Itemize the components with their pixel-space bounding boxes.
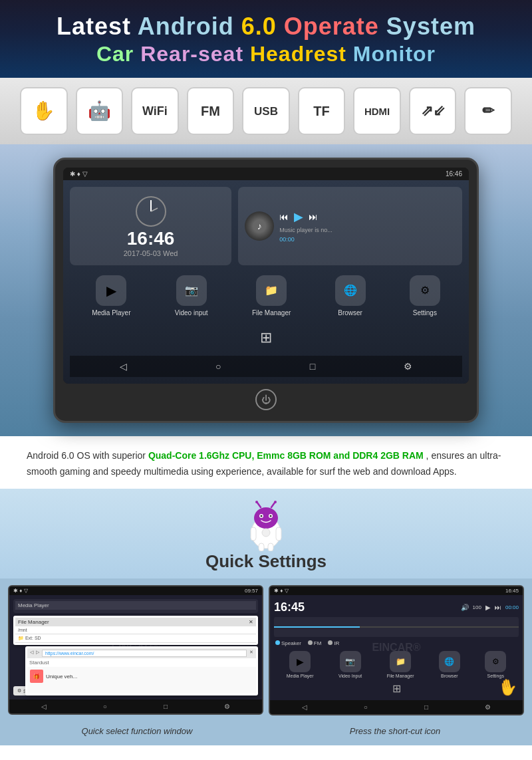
fm-item-ext-sd: 📁 Ext: SD [15, 634, 256, 643]
android-mascot-icon [243, 498, 289, 551]
rs-app-media-player[interactable]: ▶ Media Player [287, 651, 314, 678]
screen-content: 16:46 2017-05-03 Wed ♪ ⏮ ▶ ⏭ Music pla [63, 180, 469, 384]
rs-volume-icon: 🔊 [461, 604, 469, 611]
ss-left-status-left: ✱ ♦ ▽ [13, 588, 28, 594]
browser-content: 🎁 Unique veh... [27, 667, 256, 694]
browser-panel: ◁ ▷ https://www.eincar.com/ ✕ Stardust 🎁… [25, 646, 258, 696]
header-section: Latest Android 6.0 Operate System Car Re… [0, 0, 532, 78]
ss-left-back[interactable]: ◁ [41, 703, 47, 710]
feature-mirror: ⇗⇙ [409, 87, 457, 135]
svg-line-2 [151, 208, 158, 211]
file-manager-icon: 📁 [256, 275, 287, 306]
quick-settings-header: Quick Settings [0, 489, 532, 578]
back-nav-icon[interactable]: ◁ [120, 361, 127, 372]
settings-label: Settings [413, 309, 437, 317]
screen-nav-bar: ◁ ○ □ ⚙ [70, 356, 462, 377]
file-manager-label: File Manager [252, 309, 291, 317]
rs-browser-icon: 🌐 [439, 651, 460, 672]
quick-settings-title: Quick Settings [205, 551, 327, 578]
clock-time: 16:46 [127, 228, 175, 249]
status-bar-right: 16:46 [446, 170, 462, 178]
app-settings[interactable]: ⚙ Settings [410, 275, 440, 317]
rs-controls-row: 🔊 100 ▶ ⏭ 00:00 [305, 604, 519, 611]
android-mascot-container [243, 495, 289, 551]
ss-right-back[interactable]: ◁ [302, 703, 307, 711]
browser-icon: 🌐 [335, 275, 366, 306]
rs-app-file-manager[interactable]: 📁 File Manager [387, 651, 414, 678]
clock-date: 2017-05-03 Wed [124, 249, 178, 257]
ss-left-settings-nav[interactable]: ⚙ [224, 703, 230, 710]
svg-point-17 [262, 529, 270, 537]
feature-tf: TF [298, 87, 346, 135]
music-album-art: ♪ [245, 211, 274, 241]
browser-label: Browser [338, 309, 362, 317]
play-button[interactable]: ▶ [294, 209, 303, 224]
ss-left-recent[interactable]: □ [164, 703, 168, 710]
screen-top-row: 16:46 2017-05-03 Wed ♪ ⏮ ▶ ⏭ Music pla [70, 187, 462, 265]
file-manager-panel: File Manager ✕ /mnt 📁 Ext: SD [13, 616, 258, 645]
rs-clock-display: 16:45 [274, 600, 305, 614]
app-file-manager[interactable]: 📁 File Manager [252, 275, 291, 317]
rs-app-browser[interactable]: 🌐 Browser [439, 651, 460, 678]
svg-line-11 [271, 503, 275, 507]
app-media-player[interactable]: ▶ Media Player [92, 275, 130, 317]
ss-right-recent[interactable]: □ [424, 703, 428, 711]
grid-icon: ⊞ [260, 329, 272, 346]
rs-media-player-label: Media Player [287, 674, 314, 678]
screen-status-bar: ✱ ♦ ▽ 16:46 [63, 168, 469, 180]
rs-settings-icon: ⚙ [485, 651, 506, 672]
rs-app-video-input[interactable]: 📷 Video Input [338, 651, 362, 678]
screenshot-left-frame: ✱ ♦ ▽ 09:57 Media Player File Manager ✕ … [8, 585, 263, 715]
ss-right-settings-nav[interactable]: ⚙ [485, 703, 491, 711]
features-bar: ✋ 🤖 WiFi FM USB TF HDMI ⇗⇙ ✏ [0, 78, 532, 144]
music-controls: ⏮ ▶ ⏭ Music player is no... 00:00 [279, 209, 456, 243]
recent-nav-icon[interactable]: □ [310, 361, 315, 372]
apps-grid-button[interactable]: ⊞ [70, 326, 462, 349]
ss-left-status-right: 09:57 [245, 588, 258, 594]
fm-panel-header: File Manager ✕ [15, 618, 256, 626]
video-input-label: Video input [175, 309, 208, 317]
rs-grid-button[interactable]: ⊞ [274, 681, 519, 696]
app-browser[interactable]: 🌐 Browser [335, 275, 366, 317]
title-line-1: Latest Android 6.0 Operate System [13, 12, 519, 41]
prev-track-button[interactable]: ⏮ [279, 211, 289, 222]
feature-wifi: WiFi [131, 87, 179, 135]
rs-app-settings[interactable]: ⚙ Settings [485, 651, 506, 678]
ss-right-status-left: ✱ ♦ ▽ [274, 588, 289, 594]
settings-nav-icon[interactable]: ⚙ [404, 361, 412, 372]
home-nav-icon[interactable]: ○ [215, 361, 221, 372]
fm-path-row: /mnt [15, 626, 256, 634]
rs-next-btn[interactable]: ⏭ [495, 604, 501, 611]
media-player-label: Media Player [92, 309, 130, 317]
rs-progress-area [274, 617, 519, 637]
feature-android: 🤖 [76, 87, 124, 135]
screenshot-left: ✱ ♦ ▽ 09:57 Media Player File Manager ✕ … [8, 585, 263, 715]
ss-left-status-bar: ✱ ♦ ▽ 09:57 [9, 586, 262, 595]
captions-row: Quick select function window Press the s… [0, 723, 532, 745]
app-video-input[interactable]: 📷 Video input [175, 275, 208, 317]
svg-line-9 [257, 503, 261, 507]
svg-rect-15 [259, 543, 264, 551]
rs-file-manager-icon: 📁 [390, 651, 411, 672]
rs-browser-label: Browser [441, 674, 458, 678]
music-buttons: ⏮ ▶ ⏭ [279, 209, 456, 224]
ss-right-home[interactable]: ○ [364, 703, 368, 711]
svg-rect-14 [276, 527, 281, 541]
feature-hdmi: HDMI [353, 87, 401, 135]
rs-video-input-label: Video Input [338, 674, 362, 678]
next-track-button[interactable]: ⏭ [309, 211, 318, 222]
ss-right-content: 16:45 🔊 100 ▶ ⏭ 00:00 [270, 595, 523, 700]
music-time: 00:00 [279, 236, 456, 243]
description-prefix: Android 6.0 OS with superior [27, 450, 148, 461]
power-button[interactable]: ⏻ [255, 389, 277, 410]
ss-left-home[interactable]: ○ [103, 703, 107, 710]
rs-play-btn[interactable]: ▶ [485, 604, 491, 611]
hand-cursor-right: 🤚 [496, 677, 519, 699]
rs-time-display: 00:00 [505, 604, 519, 610]
rs-file-manager-label: File Manager [387, 674, 414, 678]
svg-point-8 [270, 515, 272, 517]
device-mockup: ✱ ♦ ▽ 16:46 16:46 2017-05-03 Wed [53, 158, 479, 423]
rs-top-row: 16:45 🔊 100 ▶ ⏭ 00:00 [274, 599, 519, 616]
svg-rect-13 [251, 527, 256, 541]
screenshot-right-frame: ✱ ♦ ▽ 16:45 16:45 🔊 100 ▶ ⏭ 00:00 [269, 585, 524, 715]
